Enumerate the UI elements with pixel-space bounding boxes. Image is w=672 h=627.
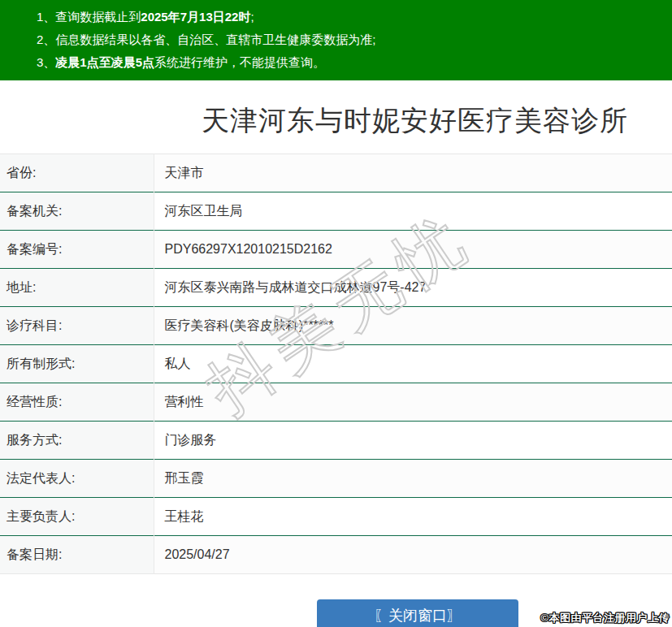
table-row-filing-authority: 备案机关: 河东区卫生局 (0, 192, 672, 231)
row-value: 天津市 (154, 154, 672, 192)
row-value: 医疗美容科(美容皮肤科)****** (154, 307, 672, 345)
row-label: 所有制形式: (0, 345, 154, 383)
notice-3-post: 系统进行维护，不能提供查询。 (154, 55, 325, 69)
row-label: 诊疗科目: (0, 307, 154, 345)
row-label: 备案日期: (0, 536, 154, 574)
table-row-filing-number: 备案编号: PDY66297X12010215D2162 (0, 231, 672, 269)
notice-1-post: ; (250, 10, 254, 24)
upload-attribution-note: ©本图由平台注册用户上传 (540, 611, 670, 625)
row-value: 2025/04/27 (154, 536, 672, 574)
row-label: 经营性质: (0, 383, 154, 422)
row-value: 河东区泰兴南路与成林道交口成林道97号-427 (154, 269, 672, 307)
close-window-button[interactable]: 〖关闭窗口〗 (317, 599, 518, 627)
table-row-legal-representative: 法定代表人: 邢玉霞 (0, 460, 672, 498)
row-label: 主要负责人: (0, 498, 154, 536)
table-row-address: 地址: 河东区泰兴南路与成林道交口成林道97号-427 (0, 269, 672, 307)
row-value: 邢玉霞 (154, 460, 672, 498)
notice-line-1: 1、查询数据截止到2025年7月13日22时; (37, 6, 664, 28)
row-value: 营利性 (154, 383, 672, 422)
row-label: 备案编号: (0, 231, 154, 269)
row-label: 地址: (0, 269, 154, 307)
row-label: 省份: (0, 154, 154, 192)
row-label: 法定代表人: (0, 460, 154, 498)
notice-2-text: 信息数据结果以各省、自治区、直辖市卫生健康委数据为准; (55, 32, 375, 46)
notice-bar: 1、查询数据截止到2025年7月13日22时; 2、信息数据结果以各省、自治区、… (0, 0, 672, 80)
clinic-info-table: 省份: 天津市 备案机关: 河东区卫生局 备案编号: PDY66297X1201… (0, 154, 672, 574)
notice-1-num: 1、 (37, 10, 55, 24)
row-value: PDY66297X12010215D2162 (154, 231, 672, 269)
notice-2-num: 2、 (37, 32, 55, 46)
notice-1-bold: 2025年7月13日22时 (141, 10, 250, 24)
row-value: 王桂花 (154, 498, 672, 536)
row-label: 备案机关: (0, 192, 154, 231)
title-area: 天津河东与时妮安好医疗美容诊所 (0, 105, 672, 136)
notice-3-num: 3、 (37, 55, 55, 69)
page-title: 天津河东与时妮安好医疗美容诊所 (202, 105, 628, 136)
row-value: 河东区卫生局 (154, 192, 672, 231)
notice-3-bold: 凌晨1点至凌晨5点 (55, 55, 154, 69)
table-row-ownership-form: 所有制形式: 私人 (0, 345, 672, 383)
notice-line-3: 3、凌晨1点至凌晨5点系统进行维护，不能提供查询。 (37, 51, 664, 74)
table-row-service-mode: 服务方式: 门诊服务 (0, 422, 672, 460)
table-row-province: 省份: 天津市 (0, 154, 672, 192)
notice-1-text: 查询数据截止到 (55, 10, 141, 24)
notice-line-2: 2、信息数据结果以各省、自治区、直辖市卫生健康委数据为准; (37, 28, 664, 51)
row-value: 门诊服务 (154, 422, 672, 460)
table-row-treatment-subjects: 诊疗科目: 医疗美容科(美容皮肤科)****** (0, 307, 672, 345)
table-row-filing-date: 备案日期: 2025/04/27 (0, 536, 672, 574)
row-value: 私人 (154, 345, 672, 383)
table-row-business-nature: 经营性质: 营利性 (0, 383, 672, 422)
table-row-principal: 主要负责人: 王桂花 (0, 498, 672, 536)
row-label: 服务方式: (0, 422, 154, 460)
